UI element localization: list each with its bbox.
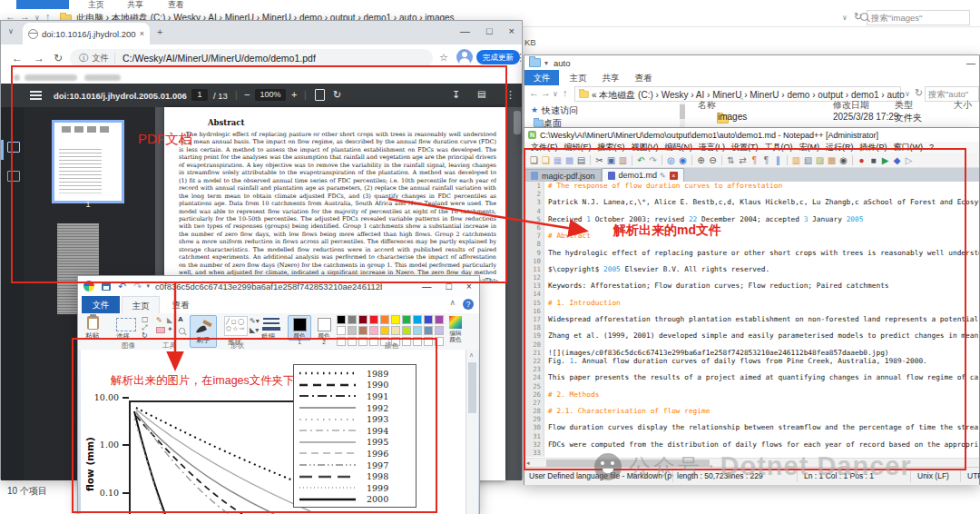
palette-color-b5e61d[interactable]: [402, 326, 411, 335]
magnifier-icon[interactable]: [179, 328, 185, 334]
color1-swatch[interactable]: 颜色1: [288, 315, 311, 341]
status-doctype: User Defined language file - Markdown (p: [529, 471, 671, 480]
forward-icon[interactable]: →: [34, 52, 44, 64]
annotation-box-image: [72, 338, 437, 513]
shape-fill-icon[interactable]: ◣▾: [250, 327, 259, 334]
minimize-icon[interactable]: —: [460, 25, 470, 36]
back-icon[interactable]: ←: [12, 52, 23, 64]
url-bar[interactable]: ⓘ 文件 C:/Wesky/AI/MinerU/MinerU/demo/demo…: [70, 49, 433, 67]
search-box[interactable]: 搜索"images": [867, 10, 970, 25]
palette-color-a349a4[interactable]: [435, 315, 444, 324]
column-name[interactable]: 名称: [698, 99, 716, 112]
palette-color-99d9ea[interactable]: [413, 326, 422, 335]
explorer1-file-tab[interactable]: [16, 0, 69, 9]
info-icon[interactable]: ⓘ: [79, 52, 88, 64]
explorer1-tab-home[interactable]: 主页: [88, 0, 104, 9]
palette-color-000000[interactable]: [337, 315, 346, 324]
annotation-box-md: [524, 148, 966, 470]
shapes-gallery[interactable]: ╱ ◻ ◯⬠ ☆ ⇨: [224, 316, 248, 336]
tab-view[interactable]: 查看: [628, 70, 659, 85]
back-icon[interactable]: ←: [529, 88, 539, 98]
palette-color-ff7f27[interactable]: [380, 315, 389, 324]
sidebar-item-quick-access[interactable]: 快速访问: [542, 104, 578, 117]
explorer1-tab-view[interactable]: 查看: [168, 0, 184, 9]
new-tab-icon[interactable]: +: [157, 26, 162, 37]
fill-bucket-icon[interactable]: ◣: [167, 317, 172, 324]
collapse-ribbon-icon[interactable]: ∧: [449, 298, 456, 307]
folder-icon: [579, 91, 588, 98]
brush-icon: [191, 318, 215, 336]
eraser-icon[interactable]: [156, 327, 165, 333]
up-icon[interactable]: ↑: [563, 88, 568, 98]
edit-colors-label[interactable]: 编辑颜色: [446, 331, 465, 342]
paste-icon[interactable]: [87, 316, 99, 330]
palette-color-7092be[interactable]: [424, 326, 433, 335]
update-chrome-button[interactable]: 完成更新: [476, 50, 520, 64]
tab-share[interactable]: 共享: [595, 70, 626, 85]
tab-close-icon[interactable]: ×: [140, 29, 144, 38]
minimize-icon[interactable]: —: [966, 58, 975, 68]
recent-locations-icon[interactable]: ∨: [553, 89, 558, 99]
tab-home[interactable]: 主页: [563, 70, 593, 85]
palette-color-3f48cc[interactable]: [424, 315, 433, 324]
file-row-type: 文件夹: [895, 112, 922, 124]
qat-dropdown-icon[interactable]: ▾: [544, 59, 548, 67]
maximize-icon[interactable]: □: [486, 25, 493, 36]
explorer1-tab-share[interactable]: 共享: [127, 0, 143, 9]
palette-color-ed1c24[interactable]: [369, 315, 378, 324]
refresh-icon[interactable]: ↻: [915, 88, 923, 98]
palette-color-ffc90e[interactable]: [380, 326, 389, 335]
tab-search-chevron-icon[interactable]: ∨: [8, 27, 14, 35]
pdf-scrollbar[interactable]: [514, 109, 521, 477]
palette-color-880015[interactable]: [358, 315, 368, 324]
palette-color-fff200[interactable]: [391, 315, 400, 324]
edit-colors-icon[interactable]: [449, 316, 462, 329]
search-icon: [860, 13, 868, 21]
text-tool-icon[interactable]: A: [178, 316, 183, 323]
sort-ascending-icon: ^: [740, 96, 743, 103]
palette-color-efe4b0[interactable]: [391, 326, 400, 335]
line-thickness-icon[interactable]: [263, 318, 279, 320]
foreground-color: [293, 318, 307, 331]
browser-tab[interactable]: doi:10.1016/j.jhydrol.2005.01 ×: [23, 23, 150, 44]
palette-color-22b14c[interactable]: [402, 315, 411, 324]
shape-outline-icon[interactable]: ✎▾: [250, 318, 260, 325]
tab-home[interactable]: 主页: [122, 296, 160, 313]
background-color: [318, 318, 331, 331]
column-type[interactable]: 类型: [895, 99, 913, 112]
palette-color-ffaec9[interactable]: [369, 326, 378, 335]
color-picker-icon[interactable]: ✦: [167, 326, 173, 333]
notepadpp-title-bar: N C:\Wesky\AI\MinerU\MinerU\demo\output\…: [524, 128, 979, 142]
palette-color-c8bfe7[interactable]: [435, 326, 444, 335]
select-icon[interactable]: [116, 318, 136, 331]
column-date[interactable]: 修改日期: [833, 99, 869, 112]
notepadpp-app-icon: N: [528, 131, 536, 139]
reload-icon[interactable]: ↻: [54, 52, 63, 64]
palette-color-c3c3c3[interactable]: [348, 326, 357, 335]
tab-file[interactable]: 文件: [524, 70, 559, 85]
close-icon[interactable]: ×: [509, 25, 514, 36]
tab-file[interactable]: 文件: [82, 296, 120, 313]
address-dropdown-icon[interactable]: ∨: [905, 89, 910, 99]
help-icon[interactable]: ?: [463, 299, 474, 310]
column-size[interactable]: 大小: [954, 99, 972, 112]
file-row-name[interactable]: images: [718, 112, 747, 122]
address-dropdown-icon[interactable]: ∨: [842, 13, 848, 23]
status-encoding: UTF-8: [967, 471, 980, 480]
crop-icon[interactable]: ▢: [142, 316, 149, 323]
qat-dropdown-icon[interactable]: ▾: [146, 282, 150, 290]
palette-color-7f7f7f[interactable]: [348, 315, 357, 324]
color2-swatch[interactable]: 颜色2: [312, 315, 336, 341]
canvas-scrollbar[interactable]: ∧: [466, 350, 478, 514]
status-lines: lines : 229: [728, 471, 763, 480]
resize-icon[interactable]: ⤢: [142, 324, 147, 331]
explorer2-ribbon-tabs: 文件 主页 共享 查看: [524, 70, 979, 86]
forward-icon[interactable]: →: [541, 88, 551, 98]
profile-avatar[interactable]: [456, 49, 473, 65]
tab-view[interactable]: 查看: [162, 296, 200, 313]
pencil-icon[interactable]: ✎: [156, 317, 162, 324]
palette-color-b97a57[interactable]: [358, 326, 368, 335]
palette-color-00a2e8[interactable]: [413, 315, 422, 324]
palette-color-ffffff[interactable]: [337, 326, 346, 335]
bookmark-star-icon[interactable]: ☆: [439, 52, 448, 64]
